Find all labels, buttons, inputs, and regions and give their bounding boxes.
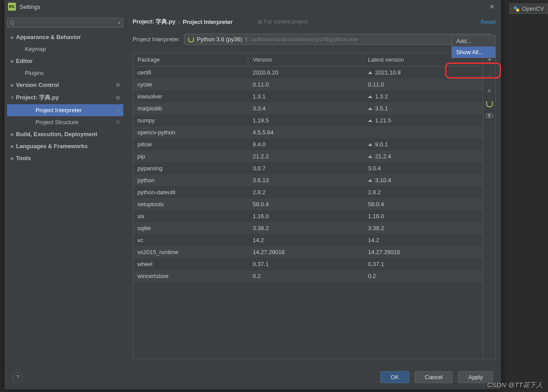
upgrade-icon <box>368 143 372 146</box>
tree-item-label: Keymap <box>25 46 46 52</box>
table-row[interactable]: matplotlib3.3.43.5.1 <box>133 102 483 114</box>
package-version: 1.19.5 <box>248 116 364 125</box>
tree-item-tools[interactable]: ▶Tools <box>7 152 123 164</box>
package-name: six <box>133 212 248 220</box>
tree-item-label: Editor <box>16 58 33 64</box>
package-toolbar: ＋ － ▲ <box>483 53 495 359</box>
table-row[interactable]: cycler0.11.00.11.0 <box>133 78 483 90</box>
tree-item-build-execution-deployment[interactable]: ▶Build, Execution, Deployment <box>7 128 123 140</box>
package-latest: 14.27.29016 <box>364 248 483 256</box>
tree-item-keymap[interactable]: Keymap <box>7 43 123 55</box>
breadcrumb-1: Project: 字典.py <box>133 18 176 26</box>
reset-link[interactable]: Reset <box>481 19 496 25</box>
package-version: 2.8.2 <box>248 188 364 196</box>
tree-item-project-interpreter[interactable]: Project Interpreter⧉ <box>7 104 123 116</box>
package-latest: 3.0.4 <box>364 164 483 172</box>
package-name: kiwisolver <box>133 92 248 101</box>
settings-search[interactable]: Q ▾ <box>7 18 123 27</box>
table-row[interactable]: python3.6.133.10.4 <box>133 174 483 186</box>
background-tab[interactable]: OpenCV <box>509 4 548 14</box>
tree-item-version-control[interactable]: ▶Version Control⧉ <box>7 79 123 91</box>
show-all-item[interactable]: Show All... <box>452 47 495 58</box>
package-latest: 3.10.4 <box>364 176 483 184</box>
tree-arrow-icon: ▶ <box>9 144 16 149</box>
tree-item-label: Appearance & Behavior <box>16 34 81 40</box>
package-latest: 3.38.2 <box>364 224 483 232</box>
table-row[interactable]: certifi2020.6.202021.10.8 <box>133 67 483 78</box>
upgrade-icon <box>368 95 372 98</box>
package-name: sqlite <box>133 224 248 232</box>
background-tab-label: OpenCV <box>522 5 544 12</box>
refresh-button[interactable] <box>486 100 493 107</box>
table-row[interactable]: pyparsing3.0.73.0.4 <box>133 162 483 174</box>
package-name: vs2015_runtime <box>133 248 248 256</box>
table-row[interactable]: wincertstore0.20.2 <box>133 270 483 282</box>
upgrade-package-button[interactable]: ▲ <box>486 86 493 94</box>
tree-item-project-py[interactable]: ▼Project: 字典.py⧉ <box>7 91 123 104</box>
packages-table[interactable]: Package Version Latest version certifi20… <box>133 53 483 359</box>
tree-arrow-icon: ▶ <box>9 59 16 63</box>
package-version: 21.2.2 <box>248 152 364 161</box>
package-latest: 0.11.0 <box>364 80 483 89</box>
python-icon <box>513 6 520 12</box>
search-input[interactable] <box>16 20 118 26</box>
package-version: 1.3.1 <box>248 92 364 101</box>
table-row[interactable]: numpy1.19.51.21.5 <box>133 114 483 126</box>
remove-package-button[interactable]: － <box>486 71 493 80</box>
eye-icon <box>486 114 493 118</box>
package-latest: 2.8.2 <box>364 188 483 196</box>
tree-item-plugins[interactable]: Plugins <box>7 67 123 79</box>
package-latest: 9.0.1 <box>364 140 483 149</box>
package-latest: 2021.10.8 <box>364 68 483 77</box>
table-row[interactable]: pillow8.4.09.0.1 <box>133 138 483 150</box>
add-interpreter-item[interactable]: Add... <box>452 35 495 47</box>
table-row[interactable]: sqlite3.38.23.38.2 <box>133 222 483 234</box>
dialog-title: Settings <box>20 4 487 10</box>
loading-icon <box>188 36 194 43</box>
table-row[interactable]: vs2015_runtime14.27.2901614.27.29016 <box>133 246 483 258</box>
package-version: 4.5.5.64 <box>248 128 364 137</box>
gear-menu: Add... Show All... <box>451 35 496 58</box>
ok-button[interactable]: OK <box>380 371 409 383</box>
cancel-button[interactable]: Cancel <box>415 371 453 383</box>
table-row[interactable]: vc14.214.2 <box>133 234 483 246</box>
show-early-releases-button[interactable] <box>486 114 493 118</box>
tree-item-label: Project Interpreter <box>35 107 82 114</box>
table-row[interactable]: six1.16.01.16.0 <box>133 210 483 222</box>
table-row[interactable]: python-dateutil2.8.22.8.2 <box>133 186 483 198</box>
th-package[interactable]: Package <box>133 53 248 66</box>
settings-tree: ▶Appearance & BehaviorKeymap▶EditorPlugi… <box>7 31 123 360</box>
table-row[interactable]: setuptools58.0.458.0.4 <box>133 198 483 210</box>
tree-item-appearance-behavior[interactable]: ▶Appearance & Behavior <box>7 31 123 43</box>
package-version: 1.16.0 <box>248 212 364 220</box>
tree-arrow-icon: ▶ <box>9 83 16 87</box>
package-name: matplotlib <box>133 104 248 113</box>
help-button[interactable]: ? <box>12 372 23 383</box>
tree-item-label: Project Structure <box>35 119 78 125</box>
interpreter-select[interactable]: Python 3.6 (py36) E:\software\anaconda\e… <box>184 34 492 45</box>
breadcrumb: Project: 字典.py › Project Interpreter ▤ F… <box>133 18 496 26</box>
package-name: python-dateutil <box>133 188 248 196</box>
table-row[interactable]: opencv-python4.5.5.64 <box>133 126 483 138</box>
table-row[interactable]: pip21.2.221.2.4 <box>133 150 483 162</box>
package-latest: 1.3.2 <box>364 92 483 101</box>
package-version: 3.3.4 <box>248 104 364 113</box>
package-latest: 21.2.4 <box>364 152 483 161</box>
tree-item-languages-frameworks[interactable]: ▶Languages & Frameworks <box>7 140 123 152</box>
copy-icon: ⧉ <box>116 119 120 125</box>
upgrade-icon <box>368 155 372 158</box>
table-row[interactable]: wheel0.37.10.37.1 <box>133 258 483 270</box>
tree-item-editor[interactable]: ▶Editor <box>7 55 123 67</box>
chevron-down-icon[interactable]: ▾ <box>118 20 120 25</box>
tree-arrow-icon: ▶ <box>9 35 16 39</box>
table-row[interactable]: kiwisolver1.3.11.3.2 <box>133 90 483 102</box>
package-latest: 0.37.1 <box>364 260 483 268</box>
title-bar: PC Settings ✕ <box>4 0 501 13</box>
package-version: 14.2 <box>248 236 364 244</box>
tree-arrow-icon: ▼ <box>9 95 16 100</box>
close-icon[interactable]: ✕ <box>487 2 497 11</box>
package-version: 0.11.0 <box>248 80 364 89</box>
th-version[interactable]: Version <box>248 53 364 66</box>
tree-item-project-structure[interactable]: Project Structure⧉ <box>7 116 123 128</box>
svg-point-0 <box>514 6 517 9</box>
